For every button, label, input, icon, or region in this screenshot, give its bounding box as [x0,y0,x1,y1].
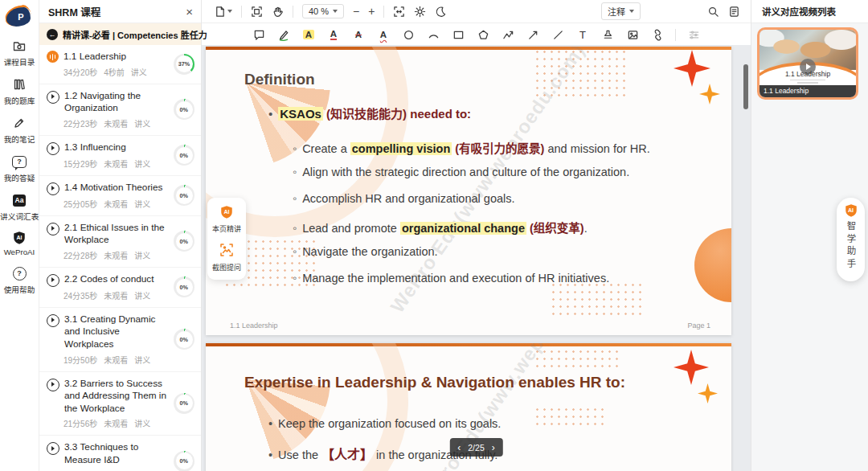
sidebar-item-my-qa[interactable]: ? 我的答疑 [2,154,36,183]
fit-screen-button[interactable] [251,6,263,18]
next-page-button[interactable]: › [492,443,495,453]
lesson-title: 1.3 Influencing [64,141,126,154]
divider [383,6,384,18]
list-item[interactable]: 1.1 Leadership 34分20秒 4秒前 讲义 37% [39,45,201,84]
brightness-icon[interactable] [414,6,426,18]
sub-bullet-marker: ◦ [293,142,297,155]
lesson-duration: 22分23秒 [63,117,97,129]
handout-link[interactable]: 讲义 [134,158,150,170]
list-item[interactable]: 3.2 Barriers to Success and Addressing T… [39,372,201,436]
play-icon [47,314,59,327]
lesson-status: 未观看 [104,417,128,429]
zoom-out-button[interactable]: − [353,6,359,17]
fit-width-button[interactable] [393,6,405,18]
lesson-status: 未观看 [104,117,128,129]
left-icon-rail: P 课程目录 我的题库 我的笔记 ? 我的答疑 [0,0,39,471]
course-title: SHRM 课程 [48,4,186,19]
section-header[interactable]: ← 精讲课-必看 | Competencies 胜任力 [39,23,201,45]
hand-tool-button[interactable] [272,6,284,18]
back-icon[interactable]: ← [47,29,58,40]
list-item[interactable]: 3.3 Techniques to Measure I&D 25分50秒 未观看… [39,436,201,471]
lesson-status: 未观看 [104,249,128,261]
list-item[interactable]: 1.4 Motivation Theories 25分05秒 未观看 讲义 0% [39,176,201,216]
link-icon[interactable] [650,27,665,42]
handout-link[interactable]: 讲义 [134,417,150,429]
highlighted-term: KSAOs [278,107,323,121]
prev-page-button[interactable]: ‹ [457,443,461,453]
handout-link[interactable]: 讲义 [131,66,147,78]
strikethrough-icon[interactable]: A [351,27,366,42]
zoom-select[interactable]: 40 % [302,4,344,18]
sidebar-item-glossary[interactable]: Aa 讲义词汇表 [0,192,40,222]
decor-star-orange [698,383,718,403]
handout-link[interactable]: 讲义 [134,354,150,366]
lesson-title: 1.1 Leadership [63,51,126,63]
document-scrollbar[interactable] [743,64,748,109]
polyline-icon[interactable] [501,27,515,42]
page-navigator: ‹ 2/25 › [449,438,502,457]
annotation-settings-icon[interactable] [686,27,701,42]
screenshot-ask-button[interactable]: 截图提问 [211,242,243,272]
sidebar-item-help[interactable]: ? 使用帮助 [2,265,36,295]
video-thumbnail-card[interactable]: 1.1 Leadership 1.1 Leadership [757,27,858,100]
list-item[interactable]: 1.2 Navigating the Organization 22分23秒 未… [39,84,201,136]
annotate-select[interactable]: 注释 [601,2,641,20]
sidebar-item-course-catalog[interactable]: 课程目录 [2,38,36,68]
outline-icon[interactable] [728,6,740,18]
page-thumbnails-button[interactable] [214,6,232,18]
rectangle-icon[interactable] [451,27,465,42]
zoom-in-button[interactable]: + [368,6,375,17]
floating-action-card: AI 本页精讲 截图提问 [207,198,246,280]
course-sidebar: SHRM 课程 × ← 精讲课-必看 | Competencies 胜任力 1.… [39,0,202,471]
underline-icon[interactable]: A [326,27,341,42]
decor-star-orange [699,84,720,104]
dark-mode-icon[interactable] [435,6,447,18]
progress-ring: 0% [174,451,194,471]
decor-dots [534,406,606,427]
lesson-title: 2.2 Codes of conduct [64,273,154,286]
pencil-icon [11,115,27,131]
search-icon[interactable] [707,6,719,18]
list-item[interactable]: 3.1 Creating Dynamic and Inclusive Workp… [39,308,201,372]
app-window: P 课程目录 我的题库 我的笔记 ? 我的答疑 [0,0,868,471]
comment-icon[interactable] [252,27,266,42]
list-item[interactable]: 2.1 Ethical Issues in the Workplace 22分2… [39,216,201,268]
sidebar-item-question-bank[interactable]: 我的题库 [2,76,36,106]
handout-link[interactable]: 讲义 [134,289,150,301]
explain-page-button[interactable]: AI 本页精讲 [211,205,243,234]
divider [293,6,293,18]
books-icon [11,76,27,92]
play-icon [47,91,59,104]
sidebar-item-my-notes[interactable]: 我的笔记 [2,115,36,145]
pen-icon[interactable] [276,27,291,42]
playing-icon [47,51,59,63]
lesson-status: 未观看 [104,354,128,366]
ellipse-icon[interactable] [401,27,416,42]
handout-link[interactable]: 讲义 [134,117,150,129]
handout-link[interactable]: 讲义 [134,249,150,261]
handout-link[interactable]: 讲义 [134,198,150,210]
play-icon [47,442,59,455]
bullet-marker: • [268,448,272,461]
progress-ring: 0% [174,393,194,414]
close-icon[interactable]: × [186,6,193,18]
polygon-icon[interactable] [476,27,490,42]
assistant-label: 智学助手 [845,221,858,271]
squiggly-icon[interactable]: A [376,27,391,42]
thumb-title: 1.1 Leadership [760,70,856,78]
ai-assistant-button[interactable]: AI 智学助手 [837,198,865,281]
sidebar-item-weproai[interactable]: AI WeProAI [2,231,36,256]
weproai-logo[interactable]: P [5,6,34,30]
list-item[interactable]: 1.3 Influencing 15分29秒 未观看 讲义 0% [39,136,201,176]
list-item[interactable]: 2.2 Codes of conduct 24分35秒 未观看 讲义 0% [39,268,201,308]
image-icon[interactable] [625,27,640,42]
help-icon: ? [11,265,27,281]
text-icon[interactable]: T [575,27,590,42]
arrow-icon[interactable] [526,27,540,42]
video-caption: 1.1 Leadership [760,85,856,97]
arc-icon[interactable] [426,27,440,42]
stamp-icon[interactable] [600,27,615,42]
highlight-icon[interactable]: A [301,27,316,42]
line-icon[interactable] [551,27,565,42]
lesson-title: 1.2 Navigating the Organization [64,90,170,115]
